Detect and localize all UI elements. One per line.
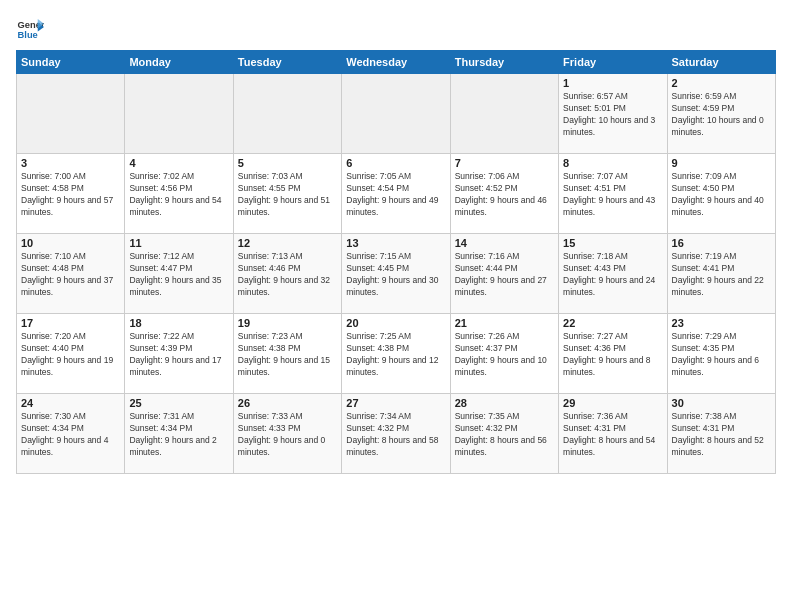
calendar-cell: 20Sunrise: 7:25 AM Sunset: 4:38 PM Dayli… [342, 314, 450, 394]
day-info: Sunrise: 7:20 AM Sunset: 4:40 PM Dayligh… [21, 331, 120, 379]
day-number: 16 [672, 237, 771, 249]
day-info: Sunrise: 7:25 AM Sunset: 4:38 PM Dayligh… [346, 331, 445, 379]
day-number: 6 [346, 157, 445, 169]
calendar-cell: 30Sunrise: 7:38 AM Sunset: 4:31 PM Dayli… [667, 394, 775, 474]
day-number: 20 [346, 317, 445, 329]
day-number: 10 [21, 237, 120, 249]
day-info: Sunrise: 7:05 AM Sunset: 4:54 PM Dayligh… [346, 171, 445, 219]
day-number: 18 [129, 317, 228, 329]
day-number: 12 [238, 237, 337, 249]
day-of-week-header: Tuesday [233, 51, 341, 74]
calendar-cell: 27Sunrise: 7:34 AM Sunset: 4:32 PM Dayli… [342, 394, 450, 474]
day-number: 25 [129, 397, 228, 409]
calendar-cell: 3Sunrise: 7:00 AM Sunset: 4:58 PM Daylig… [17, 154, 125, 234]
calendar-cell: 9Sunrise: 7:09 AM Sunset: 4:50 PM Daylig… [667, 154, 775, 234]
calendar-cell [233, 74, 341, 154]
day-of-week-header: Friday [559, 51, 667, 74]
day-info: Sunrise: 7:38 AM Sunset: 4:31 PM Dayligh… [672, 411, 771, 459]
calendar-cell [17, 74, 125, 154]
day-of-week-header: Sunday [17, 51, 125, 74]
day-number: 8 [563, 157, 662, 169]
calendar-week-row: 10Sunrise: 7:10 AM Sunset: 4:48 PM Dayli… [17, 234, 776, 314]
calendar-week-row: 24Sunrise: 7:30 AM Sunset: 4:34 PM Dayli… [17, 394, 776, 474]
calendar-cell: 29Sunrise: 7:36 AM Sunset: 4:31 PM Dayli… [559, 394, 667, 474]
day-number: 17 [21, 317, 120, 329]
day-number: 26 [238, 397, 337, 409]
day-info: Sunrise: 7:35 AM Sunset: 4:32 PM Dayligh… [455, 411, 554, 459]
calendar-week-row: 17Sunrise: 7:20 AM Sunset: 4:40 PM Dayli… [17, 314, 776, 394]
calendar-table: SundayMondayTuesdayWednesdayThursdayFrid… [16, 50, 776, 474]
calendar-cell: 26Sunrise: 7:33 AM Sunset: 4:33 PM Dayli… [233, 394, 341, 474]
day-of-week-header: Saturday [667, 51, 775, 74]
day-number: 13 [346, 237, 445, 249]
day-number: 9 [672, 157, 771, 169]
page: General Blue SundayMondayTuesdayWednesda… [0, 0, 792, 482]
calendar-cell: 6Sunrise: 7:05 AM Sunset: 4:54 PM Daylig… [342, 154, 450, 234]
day-info: Sunrise: 7:34 AM Sunset: 4:32 PM Dayligh… [346, 411, 445, 459]
calendar-cell: 13Sunrise: 7:15 AM Sunset: 4:45 PM Dayli… [342, 234, 450, 314]
day-info: Sunrise: 7:22 AM Sunset: 4:39 PM Dayligh… [129, 331, 228, 379]
day-info: Sunrise: 7:10 AM Sunset: 4:48 PM Dayligh… [21, 251, 120, 299]
logo: General Blue [16, 16, 44, 44]
day-info: Sunrise: 7:02 AM Sunset: 4:56 PM Dayligh… [129, 171, 228, 219]
day-of-week-header: Thursday [450, 51, 558, 74]
calendar-cell: 16Sunrise: 7:19 AM Sunset: 4:41 PM Dayli… [667, 234, 775, 314]
day-info: Sunrise: 7:19 AM Sunset: 4:41 PM Dayligh… [672, 251, 771, 299]
calendar-cell: 14Sunrise: 7:16 AM Sunset: 4:44 PM Dayli… [450, 234, 558, 314]
day-of-week-header: Wednesday [342, 51, 450, 74]
calendar-cell: 21Sunrise: 7:26 AM Sunset: 4:37 PM Dayli… [450, 314, 558, 394]
day-info: Sunrise: 7:18 AM Sunset: 4:43 PM Dayligh… [563, 251, 662, 299]
day-info: Sunrise: 7:07 AM Sunset: 4:51 PM Dayligh… [563, 171, 662, 219]
day-number: 2 [672, 77, 771, 89]
day-number: 21 [455, 317, 554, 329]
day-info: Sunrise: 7:33 AM Sunset: 4:33 PM Dayligh… [238, 411, 337, 459]
day-number: 23 [672, 317, 771, 329]
calendar-cell: 25Sunrise: 7:31 AM Sunset: 4:34 PM Dayli… [125, 394, 233, 474]
day-info: Sunrise: 7:15 AM Sunset: 4:45 PM Dayligh… [346, 251, 445, 299]
calendar-cell: 11Sunrise: 7:12 AM Sunset: 4:47 PM Dayli… [125, 234, 233, 314]
calendar-cell: 12Sunrise: 7:13 AM Sunset: 4:46 PM Dayli… [233, 234, 341, 314]
calendar-cell: 19Sunrise: 7:23 AM Sunset: 4:38 PM Dayli… [233, 314, 341, 394]
day-info: Sunrise: 7:29 AM Sunset: 4:35 PM Dayligh… [672, 331, 771, 379]
day-info: Sunrise: 6:59 AM Sunset: 4:59 PM Dayligh… [672, 91, 771, 139]
calendar-cell: 5Sunrise: 7:03 AM Sunset: 4:55 PM Daylig… [233, 154, 341, 234]
calendar-header-row: SundayMondayTuesdayWednesdayThursdayFrid… [17, 51, 776, 74]
calendar-cell: 22Sunrise: 7:27 AM Sunset: 4:36 PM Dayli… [559, 314, 667, 394]
day-info: Sunrise: 7:13 AM Sunset: 4:46 PM Dayligh… [238, 251, 337, 299]
day-number: 29 [563, 397, 662, 409]
calendar-cell [125, 74, 233, 154]
day-info: Sunrise: 7:23 AM Sunset: 4:38 PM Dayligh… [238, 331, 337, 379]
calendar-cell: 8Sunrise: 7:07 AM Sunset: 4:51 PM Daylig… [559, 154, 667, 234]
day-info: Sunrise: 7:36 AM Sunset: 4:31 PM Dayligh… [563, 411, 662, 459]
day-info: Sunrise: 7:30 AM Sunset: 4:34 PM Dayligh… [21, 411, 120, 459]
logo-icon: General Blue [16, 16, 44, 44]
day-info: Sunrise: 7:03 AM Sunset: 4:55 PM Dayligh… [238, 171, 337, 219]
day-number: 11 [129, 237, 228, 249]
calendar-week-row: 1Sunrise: 6:57 AM Sunset: 5:01 PM Daylig… [17, 74, 776, 154]
day-number: 24 [21, 397, 120, 409]
day-info: Sunrise: 7:12 AM Sunset: 4:47 PM Dayligh… [129, 251, 228, 299]
day-info: Sunrise: 7:27 AM Sunset: 4:36 PM Dayligh… [563, 331, 662, 379]
calendar-cell: 4Sunrise: 7:02 AM Sunset: 4:56 PM Daylig… [125, 154, 233, 234]
day-number: 3 [21, 157, 120, 169]
calendar-cell: 1Sunrise: 6:57 AM Sunset: 5:01 PM Daylig… [559, 74, 667, 154]
calendar-cell: 7Sunrise: 7:06 AM Sunset: 4:52 PM Daylig… [450, 154, 558, 234]
calendar-cell [342, 74, 450, 154]
day-number: 5 [238, 157, 337, 169]
calendar-cell [450, 74, 558, 154]
day-number: 4 [129, 157, 228, 169]
svg-text:Blue: Blue [18, 30, 38, 40]
day-info: Sunrise: 7:26 AM Sunset: 4:37 PM Dayligh… [455, 331, 554, 379]
calendar-cell: 15Sunrise: 7:18 AM Sunset: 4:43 PM Dayli… [559, 234, 667, 314]
day-info: Sunrise: 7:31 AM Sunset: 4:34 PM Dayligh… [129, 411, 228, 459]
day-info: Sunrise: 7:16 AM Sunset: 4:44 PM Dayligh… [455, 251, 554, 299]
day-number: 22 [563, 317, 662, 329]
day-info: Sunrise: 7:00 AM Sunset: 4:58 PM Dayligh… [21, 171, 120, 219]
header: General Blue [16, 16, 776, 44]
day-number: 14 [455, 237, 554, 249]
day-info: Sunrise: 6:57 AM Sunset: 5:01 PM Dayligh… [563, 91, 662, 139]
calendar-cell: 10Sunrise: 7:10 AM Sunset: 4:48 PM Dayli… [17, 234, 125, 314]
day-info: Sunrise: 7:06 AM Sunset: 4:52 PM Dayligh… [455, 171, 554, 219]
calendar-cell: 2Sunrise: 6:59 AM Sunset: 4:59 PM Daylig… [667, 74, 775, 154]
day-number: 7 [455, 157, 554, 169]
